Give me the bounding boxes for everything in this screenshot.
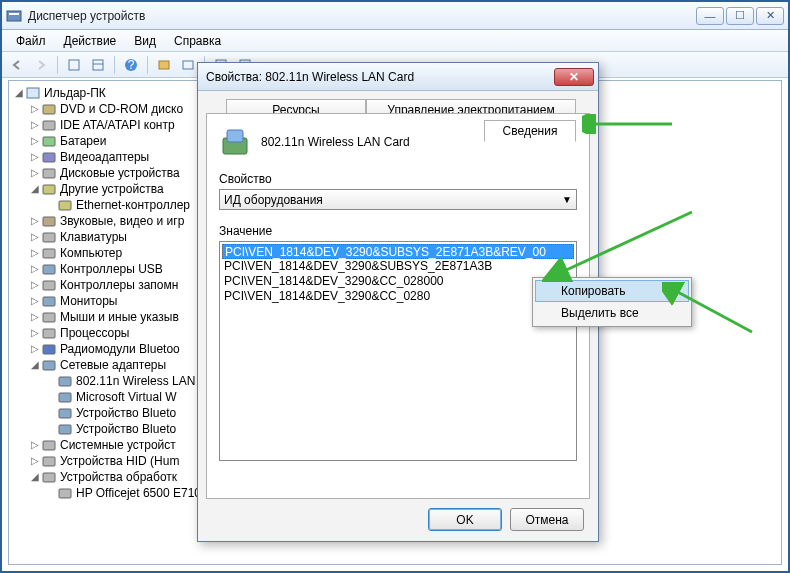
dialog-close-button[interactable]: ✕ <box>554 68 594 86</box>
svg-rect-11 <box>27 88 39 98</box>
tab-details[interactable]: Сведения <box>484 120 576 142</box>
svg-rect-1 <box>9 13 19 15</box>
forward-button[interactable] <box>30 54 52 76</box>
list-item[interactable]: PCI\VEN_1814&DEV_3290&CC_0280 <box>222 289 574 304</box>
list-item[interactable]: PCI\VEN_1814&DEV_3290&CC_028000 <box>222 274 574 289</box>
svg-rect-3 <box>93 60 103 70</box>
svg-rect-30 <box>59 393 71 402</box>
minimize-button[interactable]: — <box>696 7 724 25</box>
ctx-copy[interactable]: Копировать <box>535 280 689 302</box>
svg-rect-21 <box>43 249 55 258</box>
dialog-title: Свойства: 802.11n Wireless LAN Card <box>206 70 554 84</box>
svg-rect-17 <box>43 185 55 194</box>
menu-help[interactable]: Справка <box>166 32 229 50</box>
list-item[interactable]: PCI\VEN_1814&DEV_3290&SUBSYS_2E871A3B <box>222 259 574 274</box>
svg-rect-22 <box>43 265 55 274</box>
svg-rect-19 <box>43 217 55 226</box>
chevron-down-icon: ▼ <box>562 194 572 205</box>
help-icon[interactable]: ? <box>120 54 142 76</box>
svg-rect-38 <box>227 130 243 142</box>
svg-rect-7 <box>159 61 169 69</box>
window-title: Диспетчер устройств <box>28 9 696 23</box>
svg-rect-14 <box>43 137 55 146</box>
property-dropdown[interactable]: ИД оборудования ▼ <box>219 189 577 210</box>
svg-rect-12 <box>43 105 55 114</box>
close-button[interactable]: ✕ <box>756 7 784 25</box>
svg-rect-13 <box>43 121 55 130</box>
svg-rect-23 <box>43 281 55 290</box>
menubar: Файл Действие Вид Справка <box>2 30 788 52</box>
tb-icon[interactable] <box>63 54 85 76</box>
svg-text:?: ? <box>128 58 135 72</box>
svg-rect-27 <box>43 345 55 354</box>
cancel-button[interactable]: Отмена <box>510 508 584 531</box>
back-button[interactable] <box>6 54 28 76</box>
value-label: Значение <box>219 224 577 238</box>
svg-rect-34 <box>43 457 55 466</box>
device-name: 802.11n Wireless LAN Card <box>261 135 410 149</box>
svg-rect-31 <box>59 409 71 418</box>
svg-rect-0 <box>7 11 21 21</box>
svg-rect-8 <box>183 61 193 69</box>
svg-rect-20 <box>43 233 55 242</box>
svg-rect-29 <box>59 377 71 386</box>
svg-rect-15 <box>43 153 55 162</box>
tb-icon[interactable] <box>153 54 175 76</box>
svg-rect-28 <box>43 361 55 370</box>
menu-view[interactable]: Вид <box>126 32 164 50</box>
dialog-titlebar[interactable]: Свойства: 802.11n Wireless LAN Card ✕ <box>198 63 598 91</box>
svg-rect-25 <box>43 313 55 322</box>
ctx-select-all[interactable]: Выделить все <box>535 302 689 324</box>
svg-rect-2 <box>69 60 79 70</box>
property-label: Свойство <box>219 172 577 186</box>
ok-button[interactable]: OK <box>428 508 502 531</box>
app-icon <box>6 8 22 24</box>
svg-rect-26 <box>43 329 55 338</box>
svg-rect-16 <box>43 169 55 178</box>
svg-rect-32 <box>59 425 71 434</box>
menu-action[interactable]: Действие <box>56 32 125 50</box>
device-icon <box>219 126 251 158</box>
svg-rect-36 <box>59 489 71 498</box>
value-listbox[interactable]: PCI\VEN_1814&DEV_3290&SUBSYS_2E871A3B&RE… <box>219 241 577 461</box>
menu-file[interactable]: Файл <box>8 32 54 50</box>
svg-rect-18 <box>59 201 71 210</box>
context-menu: Копировать Выделить все <box>532 277 692 327</box>
list-item[interactable]: PCI\VEN_1814&DEV_3290&SUBSYS_2E871A3B&RE… <box>222 244 574 259</box>
tb-icon[interactable] <box>87 54 109 76</box>
main-titlebar: Диспетчер устройств — ☐ ✕ <box>2 2 788 30</box>
maximize-button[interactable]: ☐ <box>726 7 754 25</box>
tb-icon[interactable] <box>177 54 199 76</box>
svg-rect-33 <box>43 441 55 450</box>
svg-rect-24 <box>43 297 55 306</box>
svg-rect-35 <box>43 473 55 482</box>
